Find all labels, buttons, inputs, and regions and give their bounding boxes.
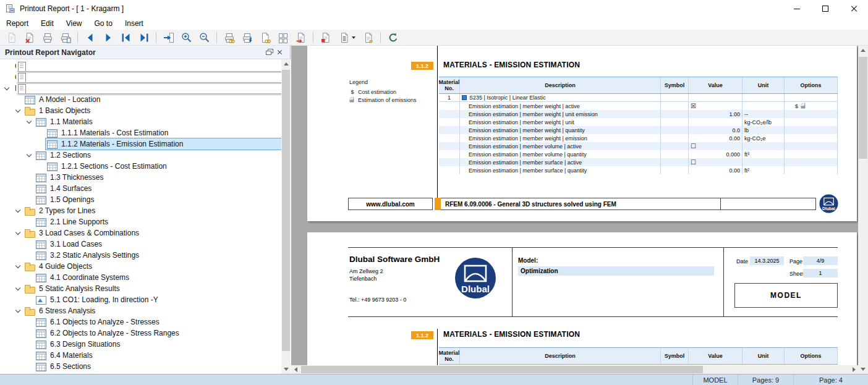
page-overview-button[interactable] (274, 30, 291, 45)
menu-view[interactable]: View (60, 18, 88, 29)
tree-item-content[interactable]: 3 Load Cases & Combinations (23, 227, 281, 239)
minimize-button[interactable] (783, 0, 811, 17)
menu-edit[interactable]: Edit (35, 18, 60, 29)
tree-item[interactable]: Cover (0, 61, 281, 72)
tree-item-content[interactable]: 3.2 Static Analysis Settings (35, 250, 281, 261)
tree-item-content[interactable]: 6.4 Materials (35, 350, 281, 361)
tree-item-content[interactable]: 1.1.2 Materials - Emission Estimation (46, 138, 281, 150)
zoom-in-button[interactable] (178, 30, 195, 45)
expander-icon[interactable] (14, 228, 23, 238)
attach-pages-button[interactable] (257, 30, 273, 45)
float-panel-icon[interactable] (265, 49, 274, 56)
expander-icon[interactable] (25, 150, 35, 160)
delete-report-button[interactable] (21, 30, 38, 45)
tree-item-content[interactable]: 4.1 Coordinate Systems (35, 272, 281, 283)
tree-item[interactable]: 6.4 Materials (0, 350, 281, 361)
tree-item-content[interactable]: RFEM (12, 83, 281, 94)
scroll-down-icon[interactable] (858, 365, 867, 374)
menu-go-to[interactable]: Go to (88, 18, 119, 29)
tree-item[interactable]: 1.4 Surfaces (0, 183, 281, 194)
preview-horizontal-scrollbar[interactable] (291, 365, 858, 374)
close-button[interactable] (840, 0, 868, 17)
tree-item[interactable]: 6.2 Objects to Analyze - Stress Ranges (0, 328, 281, 339)
report-template-button[interactable] (335, 30, 359, 45)
page-setup-button[interactable] (3, 30, 20, 45)
close-panel-button[interactable] (274, 48, 285, 57)
tree-item[interactable]: 3 Load Cases & Combinations (0, 227, 281, 239)
tree-item-content[interactable]: 6.1 Objects to Analyze - Stresses (35, 316, 281, 328)
print-report-button[interactable] (221, 30, 237, 45)
tree-item-content[interactable]: 1.2 Sections (35, 150, 281, 161)
navigator-scrollbar[interactable] (281, 59, 291, 374)
expander-icon[interactable] (14, 284, 23, 294)
tree-item[interactable]: RFEM (0, 83, 281, 94)
tree-item-content[interactable]: 2.1 Line Supports (35, 216, 281, 227)
expander-icon[interactable] (14, 206, 23, 216)
tree-item[interactable]: 1.2 Sections (0, 150, 281, 161)
tree-item-content[interactable]: 5.1 CO1: Loading, In direction -Y (35, 294, 281, 305)
tree-item[interactable]: 4.1 Coordinate Systems (0, 272, 281, 283)
tree-item-content[interactable]: 6.3 Design Situations (35, 339, 281, 350)
tree-item-content[interactable]: Cover (12, 61, 281, 72)
scroll-left-icon[interactable] (291, 365, 300, 374)
tree-item-content[interactable]: 1.3 Thicknesses (35, 172, 281, 183)
menu-insert[interactable]: Insert (119, 18, 150, 29)
tree-item[interactable]: 4 Guide Objects (0, 261, 281, 272)
scroll-down-icon[interactable] (281, 365, 291, 374)
tree-item-content[interactable]: 4 Guide Objects (23, 261, 281, 272)
tree-item[interactable]: 6.1 Objects to Analyze - Stresses (0, 316, 281, 328)
export-report-button[interactable] (317, 30, 334, 45)
tree-item-content[interactable]: A Model - Location (23, 94, 281, 105)
tree-item[interactable]: 1.3 Thicknesses (0, 172, 281, 183)
tree-item-content[interactable]: 3.1 Load Cases (35, 239, 281, 250)
tree-item[interactable]: A Model - Location (0, 94, 281, 105)
tree-item[interactable]: 1 Basic Objects (0, 105, 281, 116)
tree-item[interactable]: 6 Stress Analysis (0, 305, 281, 316)
edit-note-button[interactable] (360, 30, 377, 45)
tree-item[interactable]: 3.1 Load Cases (0, 239, 281, 250)
tree-item-content[interactable]: 1.1.1 Materials - Cost Estimation (46, 127, 281, 138)
preview-scrollbar-thumb[interactable] (859, 57, 867, 159)
expander-icon[interactable] (14, 106, 23, 116)
tree-item-content[interactable]: 2 Types for Lines (23, 205, 281, 216)
tree-item-content[interactable]: 6.2 Objects to Analyze - Stress Ranges (35, 328, 281, 339)
tree-item[interactable]: 1.5 Openings (0, 194, 281, 205)
expander-icon[interactable] (14, 306, 23, 316)
first-chapter-button[interactable] (117, 30, 134, 45)
tree-item[interactable]: 2 Types for Lines (0, 205, 281, 216)
go-to-chapter-button[interactable] (160, 30, 177, 45)
maximize-button[interactable] (811, 0, 840, 17)
tree-item[interactable]: 6.5 Sections (0, 361, 281, 372)
refresh-report-button[interactable] (385, 30, 401, 45)
last-chapter-button[interactable] (135, 30, 152, 45)
tree-item-content[interactable]: 1.1 Materials (35, 116, 281, 127)
tree-item[interactable]: 5.1 CO1: Loading, In direction -Y (0, 294, 281, 305)
export-pages-button[interactable] (292, 30, 309, 45)
scroll-right-icon[interactable] (849, 365, 858, 374)
expander-icon[interactable] (25, 117, 35, 127)
previous-chapter-button[interactable] (82, 30, 98, 45)
tree-item-content[interactable]: 1 Basic Objects (23, 105, 281, 116)
tree-item[interactable]: 6.3 Design Situations (0, 339, 281, 350)
tree-item[interactable]: 2.1 Line Supports (0, 216, 281, 227)
tree-item[interactable]: Contents (0, 72, 281, 83)
tree-item[interactable]: 1.1.1 Materials - Cost Estimation (0, 127, 281, 138)
tree-item-content[interactable]: 1.4 Surfaces (35, 183, 281, 194)
quick-print-button[interactable] (57, 30, 74, 45)
tree-item[interactable]: 5 Static Analysis Results (0, 283, 281, 294)
tree-item-content[interactable]: 6.5 Sections (35, 361, 281, 372)
tree-item[interactable]: 1.1 Materials (0, 116, 281, 127)
tree-item-content[interactable]: 6 Stress Analysis (23, 305, 281, 316)
tree-item-content[interactable]: 5 Static Analysis Results (23, 283, 281, 294)
tree-item-content[interactable]: 1.2.1 Sections - Cost Estimation (46, 161, 281, 172)
zoom-out-button[interactable] (196, 30, 213, 45)
tree-item-content[interactable]: Contents (12, 72, 281, 83)
horizontal-scrollbar-thumb[interactable] (301, 366, 703, 373)
next-chapter-button[interactable] (100, 30, 116, 45)
expander-icon[interactable] (2, 83, 12, 93)
print-to-file-button[interactable] (239, 30, 255, 45)
tree-item[interactable]: 1.2.1 Sections - Cost Estimation (0, 161, 281, 172)
tree-item[interactable]: 1.1.2 Materials - Emission Estimation (0, 138, 281, 150)
menu-report[interactable]: Report (0, 18, 35, 29)
preview-scrollbar[interactable] (858, 46, 868, 374)
